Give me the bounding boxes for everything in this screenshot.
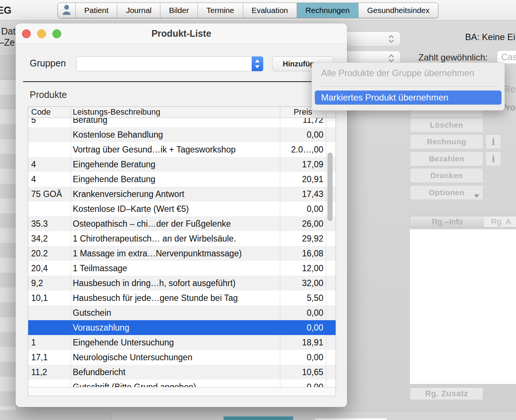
cell-price: 18,91: [280, 338, 326, 348]
cell-code: 17,1: [28, 352, 71, 362]
ba-status-text: BA: Keine Ei: [465, 32, 515, 42]
cell-code: 9,2: [28, 278, 71, 288]
updown-chevrons-icon: [388, 35, 395, 43]
person-icon: [62, 4, 71, 17]
bezahlen-info-button[interactable]: i: [486, 151, 501, 166]
optionen-button[interactable]: Optionen: [410, 185, 483, 200]
table-row[interactable]: 75 GOÄKrankenversicherung Antwort17,43: [28, 187, 336, 201]
table-row[interactable]: 35.3Osteopathisch – chi…der der Fußgelen…: [28, 216, 336, 231]
table-row[interactable]: Gutschein0,00: [28, 305, 336, 320]
partial-rec-label: Rec: [504, 84, 516, 95]
produkt-liste-dialog: Produkt-Liste Gruppen Hinzufügen Produkt…: [16, 23, 347, 407]
bottom-white-button[interactable]: [315, 418, 387, 420]
cell-code: 4: [28, 174, 71, 184]
bezahlen-button[interactable]: Bezahlen: [410, 151, 483, 166]
table-row[interactable]: 4Eingehende Beratung20,91: [28, 172, 336, 187]
tab-rechnungen[interactable]: Rechnungen: [297, 3, 358, 18]
cell-price: 0,00: [280, 382, 326, 387]
bg-table-header-strip: [0, 56, 16, 79]
cell-code: 4: [28, 160, 71, 170]
rechnung-button[interactable]: Rechnung: [410, 134, 483, 149]
table-row[interactable]: 20,41 Teilmassage12,00: [28, 261, 336, 276]
cell-description: Beratung: [71, 118, 280, 125]
tab-patient[interactable]: Patient: [75, 3, 117, 18]
cell-price: 17,43: [280, 189, 326, 199]
cell-description: Krankenversicherung Antwort: [71, 189, 280, 199]
cell-code: 10,1: [28, 293, 71, 303]
table-row[interactable]: 5Beratung11,72: [28, 118, 336, 127]
table-row[interactable]: 4Eingehende Beratung17,09: [28, 157, 336, 172]
cell-description: 1 Massage im extra…Nervenpunktmassage): [71, 249, 280, 259]
table-row[interactable]: Gutschrift (Bitte Grund angeben)0,00: [28, 380, 336, 387]
combobox-stepper[interactable]: [252, 56, 263, 71]
tab-rg-info[interactable]: Rg.–Info: [410, 216, 484, 227]
table-row[interactable]: Kostenlose ID–Karte (Wert €5)0,00: [28, 201, 336, 216]
drucken-button[interactable]: Drucken: [410, 168, 483, 183]
cell-code: 20,4: [28, 263, 71, 273]
cell-description: Eingehende Beratung: [71, 160, 280, 170]
table-row[interactable]: Vortrag über Gesund…ik + Tagesworkshop2.…: [28, 142, 336, 157]
cell-price: 0,00: [280, 204, 326, 214]
cell-code: 1: [28, 338, 71, 348]
table-row[interactable]: Kostenlose Behandlung0,00: [28, 127, 336, 142]
cell-price: 17,09: [280, 160, 326, 170]
header-beschreibung[interactable]: Leistungs-Beschreibung: [73, 107, 160, 118]
main-tab-bar: PatientJournalBilderTermineEvaluationRec…: [58, 3, 438, 18]
cell-price: 12,00: [280, 263, 326, 273]
rechnung-info-button[interactable]: i: [486, 134, 501, 149]
rg-zusatz-button[interactable]: Rg. Zusatz: [410, 387, 483, 400]
cell-description: Kostenlose Behandlung: [71, 130, 280, 140]
tab-journal[interactable]: Journal: [117, 3, 160, 18]
tab-termine[interactable]: Termine: [197, 3, 243, 18]
cell-code: 5: [28, 118, 71, 125]
close-button[interactable]: [22, 29, 31, 38]
table-row[interactable]: 17,1Neurologische Untersuchungen0,00: [28, 350, 336, 365]
bottom-teal-button[interactable]: [223, 416, 294, 420]
chevron-down-icon: [255, 65, 259, 68]
cell-description: Gutschein: [71, 308, 280, 318]
gruppen-combobox[interactable]: [76, 56, 263, 71]
section-separator: [23, 81, 334, 82]
cell-description: Befundbericht: [71, 367, 280, 377]
updown-chevrons-icon: [388, 54, 395, 63]
cell-price: 29,92: [280, 234, 326, 244]
cell-description: Kostenlose ID–Karte (Wert €5): [71, 204, 280, 214]
cell-code: 20.2: [28, 249, 71, 259]
minimize-button[interactable]: [37, 29, 46, 38]
zoom-button[interactable]: [52, 29, 61, 38]
cell-description: 1 Chirotherapeutisch… an der Wirbelsäule…: [71, 234, 280, 244]
cell-description: Osteopathisch – chi…der der Fußgelenke: [71, 219, 280, 229]
produkte-section-label: Produkte: [30, 89, 67, 100]
zahlt-dropdown[interactable]: Cas: [497, 50, 516, 64]
patient-icon-tab[interactable]: [58, 3, 75, 18]
tab-gesundheitsindex[interactable]: Gesundheitsindex: [358, 3, 438, 18]
cell-description: Hausbesuch für jede…gene Stunde bei Tag: [71, 293, 280, 303]
tab-evaluation[interactable]: Evaluation: [243, 3, 297, 18]
chevron-up-icon: [255, 59, 259, 62]
table-row[interactable]: Vorauszahlung0,00: [28, 320, 336, 335]
bg-column-header-line2: –Ze: [0, 37, 15, 48]
rg-info-panel: [409, 229, 516, 384]
table-row[interactable]: 10,1Hausbesuch für jede…gene Stunde bei …: [28, 291, 336, 305]
table-row[interactable]: 1Eingehende Untersuchung18,91: [28, 335, 336, 350]
cell-price: 0,00: [280, 130, 326, 140]
cell-price: 0,00: [280, 308, 326, 318]
cell-code: 35.3: [28, 219, 71, 229]
screen: EG PatientJournalBilderTermineEvaluation…: [0, 0, 516, 420]
tab-bilder[interactable]: Bilder: [160, 3, 197, 18]
table-row[interactable]: 11,2Befundbericht10,65: [28, 365, 336, 380]
table-empty-strip: [28, 387, 336, 396]
bg-dropdown-1[interactable]: [347, 32, 401, 46]
tab-rg-a[interactable]: Rg. A: [484, 216, 516, 227]
loeschen-button[interactable]: Löschen: [410, 118, 483, 132]
menu-separator: [319, 86, 498, 86]
vertical-scrollbar[interactable]: [327, 152, 333, 221]
cell-price: 0,00: [280, 352, 326, 362]
cell-description: Hausbesuch in dring…h, sofort ausgeführt…: [71, 278, 280, 288]
table-row[interactable]: 20.21 Massage im extra…Nervenpunktmassag…: [28, 246, 336, 261]
header-code[interactable]: Code: [31, 107, 51, 118]
table-row[interactable]: 9,2Hausbesuch in dring…h, sofort ausgefü…: [28, 276, 336, 291]
table-row[interactable]: 34,21 Chirotherapeutisch… an der Wirbels…: [28, 231, 336, 246]
product-table: Code Leistungs-Beschreibung Preis Gutsch…: [28, 106, 336, 396]
menu-item-markiertes-produkt[interactable]: Markiertes Produkt übernehmen: [315, 91, 502, 105]
